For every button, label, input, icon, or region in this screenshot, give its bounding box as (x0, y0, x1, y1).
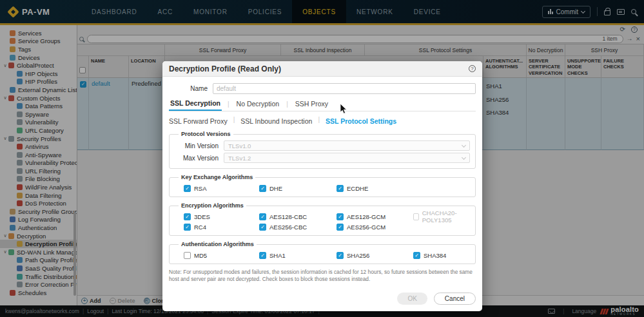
dialog-tabs: SSL Decryption|No Decryption|SSH Proxy (169, 99, 476, 111)
divider: | (318, 116, 320, 126)
checkbox-box[interactable]: ✓ (337, 252, 344, 259)
checkbox-label: DHE (269, 185, 282, 192)
checkbox-label: AES256-GCM (347, 224, 385, 231)
tab-ssh-proxy[interactable]: SSH Proxy (294, 100, 329, 110)
checkbox-rc4[interactable]: ✓RC4 (184, 222, 259, 232)
section-legend: Authentication Algorithms (179, 241, 257, 247)
checkbox-box[interactable]: ✓ (184, 213, 191, 220)
encryption-section: Encryption Algorithms ✓3DES✓RC4✓AES128-C… (169, 202, 476, 236)
decryption-profile-dialog: Decryption Profile (Read Only) ? Name SS… (162, 61, 482, 311)
checkbox-md5[interactable]: MD5 (184, 250, 259, 260)
dialog-body: Name SSL Decryption|No Decryption|SSH Pr… (162, 77, 482, 311)
chevron-down-icon (462, 142, 466, 147)
dialog-header: Decryption Profile (Read Only) ? (162, 61, 482, 77)
checkbox-label: ECDHE (347, 185, 368, 192)
checkbox-rsa[interactable]: ✓RSA (184, 183, 259, 193)
checkbox-3des[interactable]: ✓3DES (184, 211, 259, 222)
app-screen: PA-VM DASHBOARDACCMONITORPOLICIESOBJECTS… (0, 0, 644, 317)
dialog-buttons: OK Cancel (169, 293, 476, 305)
checkbox-label: SHA1 (269, 252, 286, 259)
divider: | (233, 116, 235, 126)
checkbox-label: CHACHA20-POLY1305 (422, 209, 470, 224)
section-legend: Protocol Versions (179, 131, 233, 137)
checkbox-label: AES128-GCM (347, 213, 385, 220)
key-exchange-section: Key Exchange Algorithms ✓RSA✓DHE✓ECDHE (169, 174, 476, 197)
checkbox-ecdhe[interactable]: ✓ECDHE (337, 183, 413, 193)
dialog-subtabs: SSL Forward Proxy|SSL Inbound Inspection… (169, 116, 476, 126)
select-value: TLSv1.0 (228, 142, 251, 149)
max-version-select[interactable]: TLSv1.2 (224, 153, 470, 163)
checkbox-label: SHA384 (424, 252, 446, 259)
checkbox-sha256[interactable]: ✓SHA256 (337, 250, 413, 260)
section-legend: Key Exchange Algorithms (179, 174, 255, 180)
checkbox-box[interactable] (184, 252, 191, 259)
checkbox-aes128-gcm[interactable]: ✓AES128-GCM (337, 211, 413, 222)
mouse-cursor (340, 103, 347, 115)
checkbox-dhe[interactable]: ✓DHE (259, 183, 337, 193)
max-version-label: Max Version (175, 155, 219, 162)
checkbox-label: RC4 (194, 224, 206, 231)
cancel-button[interactable]: Cancel (434, 293, 476, 305)
select-value: TLSv1.2 (228, 155, 251, 162)
divider: | (286, 101, 288, 110)
checkbox-label: MD5 (194, 252, 207, 259)
chevron-down-icon (462, 155, 466, 159)
protocol-versions-section: Protocol Versions Min VersionTLSv1.0Max … (169, 131, 476, 169)
min-version-label: Min Version (175, 142, 219, 149)
checkbox-box[interactable]: ✓ (413, 252, 420, 259)
checkbox-chacha20-poly1305[interactable]: CHACHA20-POLY1305 (413, 211, 470, 222)
checkbox-aes256-gcm[interactable]: ✓AES256-GCM (337, 222, 413, 232)
authentication-section: Authentication Algorithms MD5✓SHA1✓SHA25… (169, 241, 476, 264)
checkbox-sha1[interactable]: ✓SHA1 (259, 250, 337, 260)
tab-ssl-decryption[interactable]: SSL Decryption (169, 99, 222, 111)
checkbox-box[interactable]: ✓ (259, 252, 266, 259)
ok-button[interactable]: OK (397, 293, 427, 305)
name-label: Name (169, 85, 208, 92)
checkbox-box[interactable]: ✓ (337, 185, 344, 192)
name-field[interactable] (213, 83, 476, 94)
subtab-ssl-inbound-inspection[interactable]: SSL Inbound Inspection (240, 117, 312, 125)
subtab-ssl-forward-proxy[interactable]: SSL Forward Proxy (169, 117, 228, 125)
tab-no-decryption[interactable]: No Decryption (235, 100, 281, 110)
checkbox-sha384[interactable]: ✓SHA384 (413, 250, 470, 260)
checkbox-label: 3DES (194, 213, 210, 220)
help-icon[interactable]: ? (469, 65, 476, 72)
min-version-select[interactable]: TLSv1.0 (224, 140, 470, 151)
checkbox-box[interactable]: ✓ (259, 213, 266, 220)
checkbox-aes128-cbc[interactable]: ✓AES128-CBC (259, 211, 337, 222)
dialog-note: Note: For unsupported modes and failures… (169, 269, 476, 283)
checkbox-box[interactable]: ✓ (184, 185, 191, 192)
checkbox-box[interactable]: ✓ (259, 185, 266, 192)
checkbox-aes256-cbc[interactable]: ✓AES256-CBC (259, 222, 337, 232)
divider: | (228, 101, 229, 110)
checkbox-box[interactable]: ✓ (337, 224, 344, 231)
checkbox-label: RSA (194, 185, 207, 192)
checkbox-box[interactable]: ✓ (337, 213, 344, 220)
section-legend: Encryption Algorithms (179, 202, 246, 209)
subtab-ssl-protocol-settings[interactable]: SSL Protocol Settings (326, 117, 396, 125)
name-field-row: Name (169, 83, 476, 94)
checkbox-label: SHA256 (347, 252, 369, 259)
checkbox-box[interactable] (413, 213, 419, 220)
checkbox-box[interactable]: ✓ (184, 224, 191, 231)
checkbox-label: AES256-CBC (269, 224, 307, 231)
dialog-title: Decryption Profile (Read Only) (169, 64, 281, 73)
checkbox-box[interactable]: ✓ (259, 224, 266, 231)
checkbox-label: AES128-CBC (269, 213, 307, 220)
